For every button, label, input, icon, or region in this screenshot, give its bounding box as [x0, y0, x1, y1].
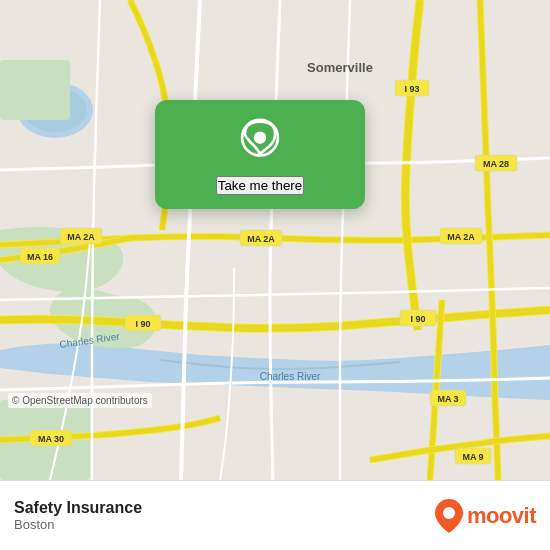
place-city: Boston: [14, 517, 142, 532]
map-attribution: © OpenStreetMap contributors: [8, 393, 152, 408]
svg-text:I 90: I 90: [135, 319, 150, 329]
svg-text:MA 2A: MA 2A: [67, 232, 95, 242]
svg-rect-4: [0, 60, 70, 120]
moovit-text: moovit: [467, 503, 536, 529]
place-name: Safety Insurance: [14, 499, 142, 517]
location-pin-icon: [235, 118, 285, 168]
svg-text:MA 3: MA 3: [437, 394, 458, 404]
svg-text:MA 9: MA 9: [462, 452, 483, 462]
svg-text:MA 16: MA 16: [27, 252, 53, 262]
svg-text:MA 2A: MA 2A: [247, 234, 275, 244]
svg-text:MA 28: MA 28: [483, 159, 509, 169]
svg-text:Somerville: Somerville: [307, 60, 373, 75]
svg-text:MA 30: MA 30: [38, 434, 64, 444]
moovit-logo: moovit: [435, 499, 536, 533]
svg-text:MA 2A: MA 2A: [447, 232, 475, 242]
moovit-pin-icon: [435, 499, 463, 533]
map-container: MA 2A MA 2A MA 2A I 90 I 90 I 93 MA 28 M…: [0, 0, 550, 480]
svg-point-32: [443, 507, 455, 519]
take-me-there-button[interactable]: Take me there: [216, 176, 304, 195]
svg-text:I 93: I 93: [404, 84, 419, 94]
svg-text:I 90: I 90: [410, 314, 425, 324]
svg-text:Charles River: Charles River: [260, 371, 321, 382]
bottom-bar: Safety Insurance Boston moovit: [0, 480, 550, 550]
place-info: Safety Insurance Boston: [14, 499, 142, 532]
svg-point-31: [254, 131, 267, 144]
popup-card: Take me there: [155, 100, 365, 209]
